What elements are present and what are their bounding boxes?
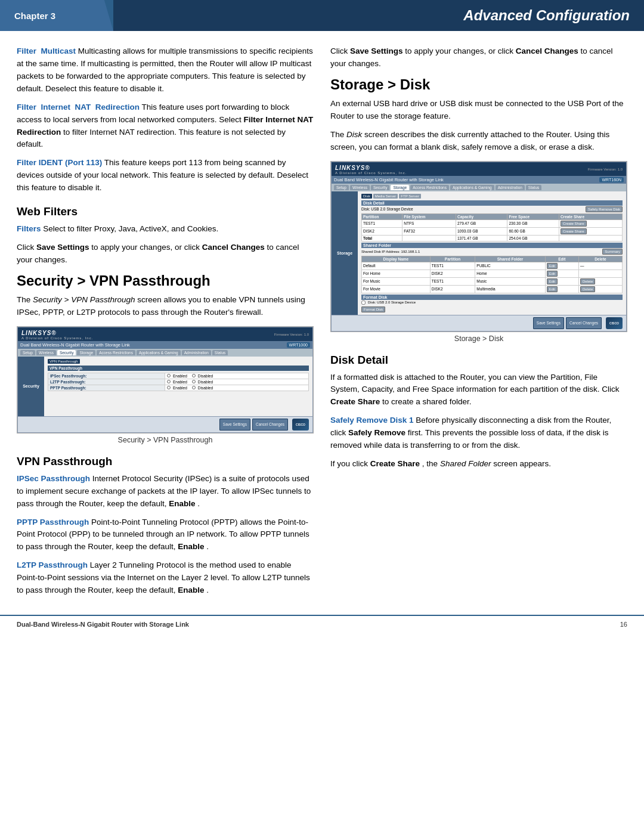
pptp-text2: . (206, 542, 209, 551)
storage-ui-header: LINKSYS®A Division of Cisco Systems, Inc… (332, 162, 626, 176)
vpn-nav-access[interactable]: Access Restrictions (97, 350, 135, 355)
vpn-screenshot-caption: Security > VPN Passthrough (17, 436, 314, 444)
storage-title-text: Dual Band Wireless-N Gigabit Router with… (334, 177, 444, 182)
storage-disk-heading: Storage > Disk (330, 76, 627, 93)
disk-row2-createshare[interactable]: Create Share (559, 227, 622, 235)
storage-main: Disk Media Server FTP Server Disk Detail… (358, 191, 626, 315)
disk-row1-createshare[interactable]: Create Share (559, 219, 622, 227)
disk-detail-heading: Disk Detail (330, 354, 627, 367)
table-row: DISK2 FAT32 1093.03 GB 60.60 GB Create S… (362, 227, 623, 235)
edit-btn-1[interactable]: Edit (547, 263, 558, 269)
storage-body: Storage Disk Media Server FTP Server Dis… (332, 191, 626, 315)
safely-remove-disk-button[interactable]: Safely Remove Disk (586, 206, 623, 212)
vpn-nav-wireless[interactable]: Wireless (36, 350, 56, 355)
shared-row1-partition: TEST1 (430, 262, 475, 270)
storage-desc-para: An external USB hard drive or USB disk m… (330, 98, 627, 123)
pptp-para: PPTP Passthrough Point-to-Point Tunnelin… (17, 516, 314, 554)
disk-usb-label: Disk: USB 2.0 Storage Device (361, 207, 413, 211)
storage-nav-access[interactable]: Access Restrictions (410, 185, 449, 190)
vpn-model: Firmware Version: 1.0 (274, 333, 309, 336)
vpn-l2tp-enabled-radio[interactable] (167, 380, 171, 383)
storage-nav-security[interactable]: Security (371, 185, 389, 190)
vpn-nav-storage[interactable]: Storage (77, 350, 95, 355)
storage-desc2-para: The Disk screen describes the disk curre… (330, 129, 627, 154)
shared-row3-delete[interactable]: Delete (578, 277, 622, 285)
delete-btn-3[interactable]: Delete (580, 278, 595, 284)
vpn-pptp-disabled-radio[interactable] (192, 386, 196, 389)
disk-row1-capacity: 279.47 GB (456, 219, 507, 227)
edit-btn-2[interactable]: Edit (547, 271, 558, 277)
disk-col-capacity: Capacity (456, 213, 507, 219)
cancel-bold-left: Cancel Changes (202, 243, 265, 252)
save-settings-text2-left: to apply your changes, or click (91, 243, 202, 252)
disk-total-capacity: 1371.47 GB (456, 235, 507, 241)
shared-row2-partition: DISK2 (430, 270, 475, 277)
vpn-ipsec-enabled-radio[interactable] (167, 374, 171, 377)
l2tp-para: L2TP Passthrough Layer 2 Tunneling Proto… (17, 559, 314, 597)
storage-subnav-disk[interactable]: Disk (361, 194, 372, 199)
save-text2-right: to apply your changes, or click (405, 47, 515, 55)
vpn-screenshot: LINKSYS®A Division of Cisco Systems, Inc… (17, 326, 314, 433)
storage-subnav-ftp[interactable]: FTP Server (399, 194, 421, 199)
vpn-nav-setup[interactable]: Setup (20, 350, 35, 355)
disk-total-freespace: 254.04 GB (507, 235, 559, 241)
vpn-section-label: VPN Passthrough (48, 366, 309, 371)
vpn-table: IPSec Passthrough: Enabled Disabled L2TP (48, 373, 309, 391)
format-disk-checkbox[interactable] (361, 301, 366, 305)
filters-text: Select to filter Proxy, Java, ActiveX, a… (43, 224, 218, 233)
shared-row1-folder: PUBLIC (475, 262, 545, 270)
filter-multicast-para: Filter Multicast Multicasting allows for… (17, 45, 314, 95)
storage-cancel-button[interactable]: Cancel Changes (566, 317, 602, 329)
create-share-note-start: If you click (330, 459, 370, 468)
format-disk-button[interactable]: Format Disk (361, 306, 385, 312)
safely-remove-bold: Safely Remove (348, 428, 405, 437)
storage-ui: LINKSYS®A Division of Cisco Systems, Inc… (331, 162, 627, 332)
storage-nav-status[interactable]: Status (526, 185, 541, 190)
shared-row1-delete: — (578, 262, 622, 270)
create-share-btn-1[interactable]: Create Share (561, 221, 587, 227)
storage-subnav: Disk Media Server FTP Server (361, 194, 623, 199)
storage-nav-admin[interactable]: Administration (496, 185, 525, 190)
shared-row4-edit[interactable]: Edit (545, 285, 578, 293)
storage-screenshot: LINKSYS®A Division of Cisco Systems, Inc… (330, 161, 627, 332)
footer-product: Dual-Band Wireless-N Gigabit Router with… (17, 621, 189, 628)
left-column: Filter Multicast Multicasting allows for… (17, 45, 314, 603)
shared-row2-edit[interactable]: Edit (545, 270, 578, 277)
shared-row1-edit[interactable]: Edit (545, 262, 578, 270)
vpn-l2tp-disabled-label: Disabled (198, 380, 213, 384)
storage-nav-wireless[interactable]: Wireless (350, 185, 370, 190)
vpn-title-bar: Dual Band Wireless-N Gigabit Router with… (18, 341, 312, 349)
vpn-cancel-button[interactable]: Cancel Changes (252, 419, 288, 431)
storage-nav-storage[interactable]: Storage (391, 185, 409, 190)
vpn-subnav-active[interactable]: VPN Passthrough (48, 359, 80, 364)
save-settings-para-left: Click Save Settings to apply your change… (17, 241, 314, 267)
shared-row3-folder: Music (475, 277, 545, 285)
vpn-nav-apps[interactable]: Applications & Gaming (137, 350, 181, 355)
storage-nav-setup[interactable]: Setup (334, 185, 349, 190)
shared-folder-table: Display Name Partition Shared Folder Edi… (361, 256, 623, 293)
vpn-save-button[interactable]: Save Settings (219, 419, 250, 431)
vpn-pptp-enabled-radio[interactable] (167, 386, 171, 389)
shared-row3-edit[interactable]: Edit (545, 277, 578, 285)
storage-save-button[interactable]: Save Settings (533, 317, 564, 329)
edit-btn-4[interactable]: Edit (547, 286, 558, 292)
create-share-btn-2[interactable]: Create Share (561, 228, 587, 234)
table-row: Total 1371.47 GB 254.04 GB (362, 235, 623, 241)
storage-subnav-media[interactable]: Media Server (373, 194, 398, 199)
storage-nav-apps[interactable]: Applications & Gaming (450, 185, 494, 190)
vpn-l2tp-disabled-radio[interactable] (192, 380, 196, 383)
vpn-ipsec-disabled-radio[interactable] (192, 374, 196, 377)
summary-button[interactable]: Summary (602, 249, 623, 255)
pptp-label: PPTP Passthrough (17, 518, 89, 527)
save-settings-para-right: Click Save Settings to apply your change… (330, 45, 627, 70)
vpn-nav-admin[interactable]: Administration (182, 350, 211, 355)
page-header: Chapter 3 Advanced Configuration (0, 0, 644, 31)
vpn-nav-status[interactable]: Status (212, 350, 228, 355)
edit-btn-3[interactable]: Edit (547, 278, 558, 284)
page-title: Advanced Configuration (113, 0, 644, 31)
vpn-pptp-disabled-label: Disabled (198, 386, 213, 390)
shared-row4-delete[interactable]: Delete (578, 285, 622, 293)
vpn-nav-security[interactable]: Security (57, 350, 76, 355)
l2tp-enable-bold: Enable (178, 586, 204, 594)
delete-btn-4[interactable]: Delete (580, 286, 595, 292)
